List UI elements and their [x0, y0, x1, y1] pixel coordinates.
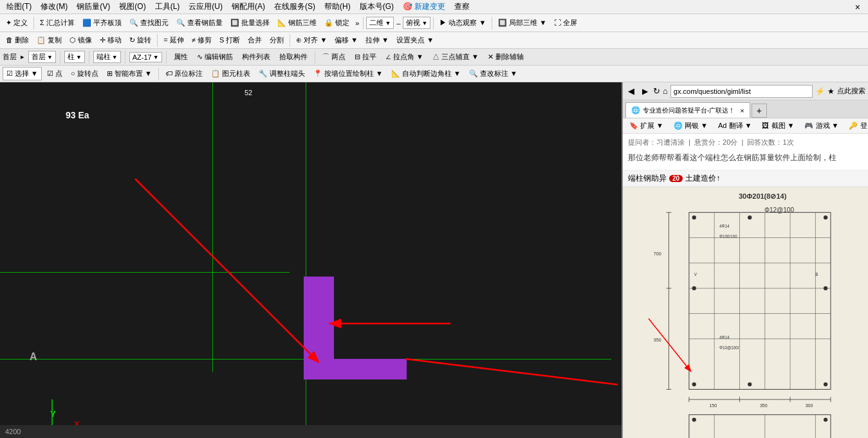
- search-label: 点此搜索: [837, 86, 865, 96]
- btn-two-point[interactable]: ⌒ 两点: [319, 51, 349, 63]
- menu-rebar[interactable]: 钢筋量(V): [73, 0, 114, 14]
- menu-version[interactable]: 版本号(G): [356, 0, 398, 14]
- btn-align-top[interactable]: 🟦 平齐板顶: [79, 17, 125, 29]
- toolbar-row-2: 🗑 删除 📋 复制 ⬡ 镜像 ✛ 移动 ↻ 旋转 = 延伸 ≠ 修剪 S 打断 …: [0, 32, 868, 49]
- menu-tools[interactable]: 工具(L): [151, 0, 184, 14]
- btn-browser-forward[interactable]: ▶: [640, 86, 651, 97]
- btn-smart-place[interactable]: ⊞ 智能布置 ▼: [104, 68, 155, 80]
- btn-del-axis[interactable]: ✕ 删除辅轴: [485, 51, 527, 63]
- drawing-image: 30Φ201(8⊘14) Φ12@100: [623, 187, 868, 438]
- btn-pick-comp[interactable]: 拾取构件: [276, 51, 311, 63]
- dd-component[interactable]: 柱 ▼: [64, 51, 85, 63]
- btn-trim[interactable]: ≠ 修剪: [189, 34, 215, 46]
- btn-local-3d[interactable]: 🔲 局部三维 ▼: [495, 17, 549, 29]
- menu-view[interactable]: 视图(O): [115, 0, 149, 14]
- btn-split[interactable]: 分割: [266, 34, 287, 46]
- btn-stretch[interactable]: 拉伸 ▼: [362, 34, 392, 46]
- dd-id[interactable]: AZ-17 ▼: [129, 52, 162, 62]
- btn-new-tab[interactable]: +: [752, 104, 767, 118]
- menu-steelapp[interactable]: 钢配用(A): [228, 0, 269, 14]
- btn-mirror[interactable]: ⬡ 镜像: [66, 34, 95, 46]
- btn-three-point[interactable]: △ 三点辅直 ▼: [429, 51, 482, 63]
- bookmark-expand[interactable]: 🔖 扩展 ▼: [625, 120, 667, 132]
- menu-cloud[interactable]: 云应用(U): [185, 0, 226, 14]
- btn-select[interactable]: ☑ 选择 ▼: [3, 67, 42, 80]
- btn-sum[interactable]: Σ 汇总计算: [37, 17, 78, 29]
- bookmark-screenshot[interactable]: 🖼 截图 ▼: [758, 120, 798, 132]
- svg-rect-47: [689, 415, 831, 438]
- menu-online[interactable]: 在线服务(S): [270, 0, 319, 14]
- btn-pull-angle[interactable]: ∠ 拉点角 ▼: [382, 51, 427, 63]
- btn-pull-flat[interactable]: ⊟ 拉平: [351, 51, 380, 63]
- bookmark-bank[interactable]: 🌐 网银 ▼: [670, 120, 712, 132]
- question-score: 悬赏分：20分: [694, 138, 737, 146]
- svg-text:4Φ14: 4Φ14: [719, 224, 730, 228]
- cad-canvas[interactable]: A 52 4200 Y X: [0, 82, 622, 438]
- question-section: 提问者：习遭清涂 | 悬赏分：20分 | 回答次数：1次 那位老师帮帮看看这个端…: [623, 134, 868, 170]
- main-area: A 52 4200 Y X: [0, 82, 868, 438]
- btn-fullscreen[interactable]: ⛶ 全屏: [551, 17, 580, 29]
- bookmark-game[interactable]: 🎮 游戏 ▼: [800, 120, 842, 132]
- btn-adj-endhead[interactable]: 🔧 调整柱端头: [255, 68, 308, 80]
- bookmark-login[interactable]: 🔑 登: [845, 120, 868, 132]
- btn-more[interactable]: »: [354, 19, 360, 27]
- tab-active[interactable]: 🌐 专业造价问题答疑平台-广联达！ ×: [625, 102, 750, 118]
- btn-extend[interactable]: = 延伸: [160, 34, 187, 46]
- dd-2d[interactable]: 二维 ▼: [366, 17, 394, 29]
- cad-bottom-bar: 4200: [0, 425, 622, 438]
- svg-line-2: [405, 359, 618, 385]
- url-input[interactable]: [670, 85, 813, 98]
- question-text: 那位老师帮帮看看这个端柱怎么在钢筋算量软件上面绘制，柱: [628, 153, 836, 162]
- menu-inspect[interactable]: 查察: [450, 0, 474, 14]
- btn-offset[interactable]: 偏移 ▼: [331, 34, 361, 46]
- btn-merge[interactable]: 合并: [245, 34, 265, 46]
- btn-browser-home[interactable]: ⌂: [663, 86, 668, 96]
- dd-layer[interactable]: 首层 ▼: [28, 51, 56, 63]
- btn-align[interactable]: ⊕ 对齐 ▼: [293, 34, 330, 46]
- dd-endpillar[interactable]: 端柱 ▼: [93, 51, 121, 63]
- btn-auto-judge[interactable]: 📐 自动判断边角柱 ▼: [388, 68, 464, 80]
- btn-browser-refresh[interactable]: ↻: [653, 86, 660, 96]
- btn-view-rebar[interactable]: 🔍 查看钢筋量: [173, 17, 226, 29]
- bookmark-translate[interactable]: Ad 翻译 ▼: [714, 120, 755, 132]
- btn-edit-rebar[interactable]: ∿ 编辑钢筋: [194, 51, 236, 63]
- btn-point[interactable]: ☑ 点: [44, 68, 66, 80]
- btn-delete[interactable]: 🗑 删除: [3, 34, 32, 46]
- btn-browser-back[interactable]: ◀: [625, 85, 637, 97]
- btn-dynamic-obs[interactable]: ▶ 动态观察 ▼: [436, 17, 489, 29]
- menu-newchange[interactable]: 🎯 新建变更: [399, 0, 449, 14]
- btn-orig-mark[interactable]: 🏷 原位标注: [162, 68, 206, 80]
- btn-browser-go[interactable]: ⚡: [815, 87, 825, 96]
- btn-draw-by-wall[interactable]: 📍 按墙位置绘制柱 ▼: [310, 68, 386, 80]
- btn-break[interactable]: S 打断: [216, 34, 243, 46]
- sep-dash: –: [395, 19, 402, 27]
- question-replies: 回答次数：1次: [747, 138, 793, 146]
- btn-check-mark[interactable]: 🔍 查改标注 ▼: [466, 68, 521, 80]
- btn-elem-table[interactable]: 📋 图元柱表: [208, 68, 254, 80]
- btn-move[interactable]: ✛ 移动: [97, 34, 125, 46]
- coord-text: 4200: [5, 428, 21, 435]
- svg-text:Φ100/100: Φ100/100: [719, 234, 737, 239]
- btn-comp-list[interactable]: 构件列表: [239, 51, 273, 63]
- btn-find-element[interactable]: 🔍 查找图元: [126, 17, 172, 29]
- menu-help[interactable]: 帮助(H): [320, 0, 355, 14]
- menu-modify[interactable]: 修改(M): [37, 0, 71, 14]
- svg-point-16: [692, 215, 696, 219]
- btn-lock[interactable]: 🔒 锁定: [321, 17, 353, 29]
- btn-browser-star[interactable]: ★: [827, 87, 835, 96]
- dd-view[interactable]: 俯视 ▼: [403, 17, 430, 29]
- btn-property[interactable]: 属性: [171, 51, 191, 63]
- tab-close-btn[interactable]: ×: [740, 107, 744, 114]
- btn-copy[interactable]: 📋 复制: [33, 34, 65, 46]
- menu-drawing[interactable]: 绘图(T): [3, 0, 35, 14]
- btn-batch-select[interactable]: 🔲 批量选择: [227, 17, 273, 29]
- btn-rotate[interactable]: ↻ 旋转: [126, 34, 154, 46]
- btn-grip[interactable]: 设置夹点 ▼: [393, 34, 437, 46]
- btn-define[interactable]: ✦ 定义: [3, 17, 31, 29]
- btn-rotate-pt[interactable]: ○ 旋转点: [68, 68, 102, 80]
- window-close[interactable]: ×: [850, 2, 865, 12]
- top-menubar: 绘图(T) 修改(M) 钢筋量(V) 视图(O) 工具(L) 云应用(U) 钢配…: [0, 0, 868, 14]
- btn-rebar-3d[interactable]: 📐 钢筋三维: [274, 17, 320, 29]
- l-column-horizontal: [304, 359, 407, 379]
- sep-10: [166, 51, 167, 64]
